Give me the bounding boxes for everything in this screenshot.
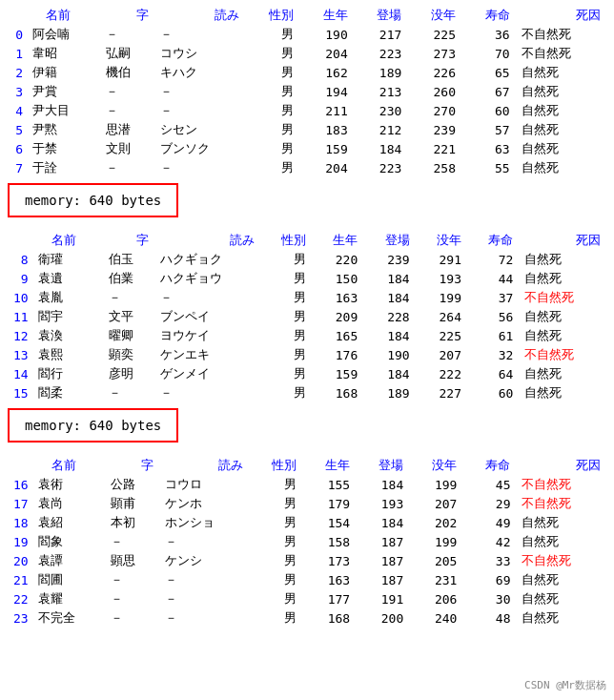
row-birth: 190 [299, 25, 354, 44]
table-row: 23不完全－－男16820024048自然死 [8, 608, 606, 628]
row-ji: － [103, 288, 154, 307]
row-sex: 男 [249, 513, 302, 532]
row-cause: 自然死 [516, 120, 606, 139]
table-row: 13袁熙顕奕ケンエキ男17619020732不自然死 [8, 345, 606, 364]
row-ji: － [105, 570, 158, 589]
row-index: 19 [8, 532, 32, 551]
row-sex: 男 [260, 307, 312, 326]
row-ji: － [105, 608, 158, 628]
table-row: 21閻圃－－男16318723169自然死 [8, 570, 606, 589]
row-lifespan: 49 [462, 513, 516, 532]
row-appear: 190 [363, 345, 415, 364]
row-birth: 211 [299, 101, 354, 120]
table-row: 7于詮－－男20422325855自然死 [8, 158, 606, 177]
row-cause: 不自然死 [516, 44, 606, 63]
col-header-登場: 登場 [354, 6, 408, 25]
row-sex: 男 [245, 101, 299, 120]
row-sex: 男 [260, 269, 312, 288]
row-cause: 自然死 [519, 383, 606, 402]
col-header-性別: 性別 [260, 231, 312, 250]
table-row: 9袁遺伯業ハクギョウ男15018419344自然死 [8, 269, 606, 288]
row-cause: 不自然死 [516, 551, 606, 570]
row-death-year: 221 [407, 139, 461, 158]
row-cause: 自然死 [516, 63, 606, 82]
row-lifespan: 60 [461, 101, 516, 120]
row-lifespan: 42 [462, 532, 516, 551]
table-row: 19閻象－－男15818719942自然死 [8, 532, 606, 551]
row-cause: 自然死 [519, 269, 606, 288]
row-death-year: 291 [416, 250, 467, 269]
row-yomi: キハク [154, 63, 245, 82]
row-ji: 顕思 [105, 551, 158, 570]
col-header-死因: 死因 [516, 6, 606, 25]
row-name: 伊籍 [27, 63, 100, 82]
row-yomi: コウロ [159, 475, 249, 494]
col-header-読み: 読み [154, 6, 245, 25]
row-lifespan: 44 [467, 269, 519, 288]
row-yomi: － [154, 288, 259, 307]
col-header-死因: 死因 [516, 456, 606, 475]
row-death-year: 199 [409, 532, 462, 551]
row-lifespan: 64 [467, 364, 519, 383]
col-header-登場: 登場 [356, 456, 409, 475]
row-name: 尹黙 [27, 120, 100, 139]
row-ji: 弘嗣 [100, 44, 154, 63]
row-cause: 不自然死 [516, 25, 606, 44]
col-header-性別: 性別 [249, 456, 302, 475]
row-cause: 自然死 [519, 250, 606, 269]
row-index: 3 [8, 82, 27, 101]
row-yomi: － [159, 570, 249, 589]
row-sex: 男 [249, 570, 302, 589]
row-name: 于禁 [27, 139, 100, 158]
row-cause: 自然死 [516, 608, 606, 628]
row-sex: 男 [245, 158, 299, 177]
row-appear: 230 [354, 101, 408, 120]
row-yomi: － [154, 82, 245, 101]
row-name: 袁胤 [32, 288, 103, 307]
data-section-1: 名前字読み性別生年登場没年寿命死因0阿会喃－－男19021722536不自然死1… [8, 6, 606, 225]
row-appear: 223 [354, 158, 408, 177]
row-death-year: 205 [409, 551, 462, 570]
row-ji: 伯玉 [103, 250, 154, 269]
row-lifespan: 29 [462, 494, 516, 513]
row-yomi: ホンショ [159, 513, 249, 532]
row-yomi: コウシ [154, 44, 245, 63]
row-index: 1 [8, 44, 27, 63]
row-death-year: 258 [407, 158, 461, 177]
row-name: 閻宇 [32, 307, 103, 326]
row-yomi: ヨウケイ [154, 326, 259, 345]
table-row: 12袁渙曜卿ヨウケイ男16518422561自然死 [8, 326, 606, 345]
row-yomi: － [154, 383, 259, 402]
row-yomi: － [159, 532, 249, 551]
row-index: 16 [8, 475, 32, 494]
col-header-没年: 没年 [409, 456, 462, 475]
row-index: 22 [8, 589, 32, 608]
col-header-寿命: 寿命 [462, 456, 516, 475]
row-lifespan: 33 [462, 551, 516, 570]
row-birth: 177 [302, 589, 356, 608]
row-cause: 自然死 [516, 139, 606, 158]
row-name: 韋昭 [27, 44, 100, 63]
row-yomi: ケンシ [159, 551, 249, 570]
row-lifespan: 67 [461, 82, 516, 101]
row-ji: 思潜 [100, 120, 154, 139]
watermark: CSDN @Mr数据杨 [524, 678, 606, 692]
row-index: 14 [8, 364, 32, 383]
row-yomi: － [159, 608, 249, 628]
row-ji: 本初 [105, 513, 158, 532]
row-index: 9 [8, 269, 32, 288]
col-header-字: 字 [103, 231, 154, 250]
table-row: 0阿会喃－－男19021722536不自然死 [8, 25, 606, 44]
row-name: 閻柔 [32, 383, 103, 402]
row-lifespan: 72 [467, 250, 519, 269]
col-header-読み: 読み [154, 231, 259, 250]
row-name: 袁熙 [32, 345, 103, 364]
row-appear: 187 [356, 551, 409, 570]
row-appear: 184 [354, 139, 408, 158]
table-row: 6于禁文則ブンソク男15918422163自然死 [8, 139, 606, 158]
row-yomi: － [154, 101, 245, 120]
row-index: 0 [8, 25, 27, 44]
row-sex: 男 [249, 475, 302, 494]
row-birth: 209 [312, 307, 363, 326]
row-cause: 不自然死 [516, 475, 606, 494]
